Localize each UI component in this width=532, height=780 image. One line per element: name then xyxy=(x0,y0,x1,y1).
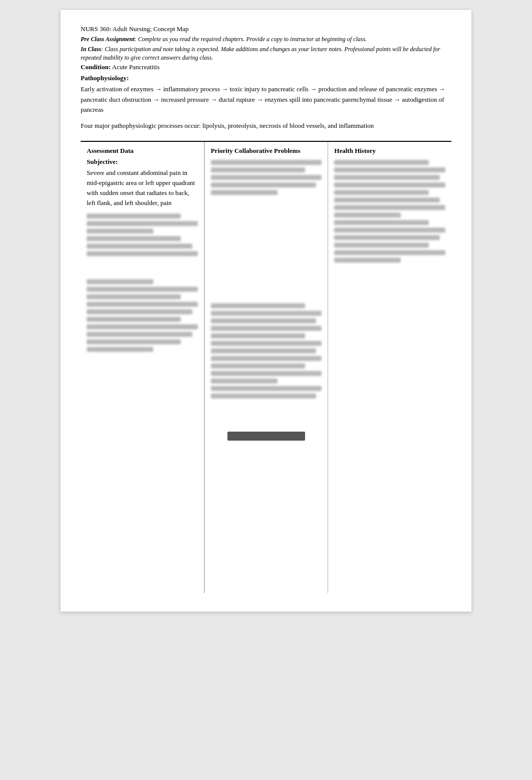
blur-line xyxy=(211,190,278,195)
blur-line xyxy=(87,244,192,249)
blur-line xyxy=(87,332,192,337)
blur-line xyxy=(334,175,440,180)
health-history-col: Health History xyxy=(328,142,451,593)
blur-line xyxy=(334,220,428,225)
blur-line xyxy=(334,160,428,165)
blur-line xyxy=(334,228,445,233)
section-gap-2 xyxy=(211,198,322,298)
arrow8: → xyxy=(392,96,402,103)
patho-part5: increased pressure xyxy=(161,96,209,103)
patho-part1: Early activation of enzymes xyxy=(81,85,153,93)
arrow6: → xyxy=(209,96,219,103)
blur-line xyxy=(211,356,322,361)
blur-line xyxy=(211,333,305,338)
in-class-label: In Class xyxy=(81,46,101,53)
blur-line xyxy=(87,302,198,307)
blur-line xyxy=(211,348,317,353)
blur-line xyxy=(87,324,198,329)
blur-line xyxy=(87,251,198,256)
blur-line xyxy=(87,221,198,226)
arrow5: → xyxy=(151,96,161,103)
blur-line xyxy=(211,311,322,316)
blur-line xyxy=(211,303,305,308)
patho-inflammatory: inflammatory process xyxy=(163,85,220,93)
blur-line xyxy=(87,229,153,234)
section-gap xyxy=(87,259,198,274)
col1-header: Assessment Data xyxy=(87,147,198,155)
course-title: NURS 360: Adult Nursing; Concept Map xyxy=(81,25,451,33)
patho-part2: toxic injury to pancreatic cells xyxy=(229,85,308,93)
blur-line xyxy=(211,371,322,376)
blurred-section-1 xyxy=(87,214,198,256)
arrow7: → xyxy=(255,96,265,103)
arrow1: → xyxy=(153,85,163,93)
col1-subjective-text: Severe and constant abdominal pain in mi… xyxy=(87,168,198,209)
assessment-data-col: Assessment Data Subjective: Severe and c… xyxy=(81,142,204,593)
blur-line xyxy=(211,182,317,187)
blur-line xyxy=(334,213,401,218)
blurred-section-2 xyxy=(211,160,322,195)
arrow2: → xyxy=(220,85,230,93)
blur-line xyxy=(334,243,428,248)
blur-line xyxy=(334,167,445,172)
blur-line xyxy=(211,378,278,383)
col3-header: Health History xyxy=(334,147,445,155)
blur-line xyxy=(87,214,181,219)
blur-line xyxy=(334,205,445,210)
col1-subheader: Subjective: xyxy=(87,158,198,166)
condition-label: Condition: xyxy=(81,63,111,71)
blur-line xyxy=(211,167,305,172)
blurred-section-lower-2 xyxy=(211,303,322,399)
blur-line xyxy=(334,235,440,240)
page: NURS 360: Adult Nursing; Concept Map Pre… xyxy=(61,10,471,612)
blur-line xyxy=(87,339,181,344)
blur-line xyxy=(211,318,317,323)
blur-line xyxy=(87,294,181,299)
patho-part4: pancreatic duct obstruction xyxy=(81,96,151,103)
in-class-note: In Class: Class participation and note t… xyxy=(81,45,451,62)
blur-line xyxy=(87,347,153,352)
arrow4: → xyxy=(437,85,445,93)
blur-line xyxy=(334,190,428,195)
blur-line xyxy=(87,279,153,284)
blur-line xyxy=(87,287,198,292)
blur-line xyxy=(87,309,192,314)
blurred-section-3 xyxy=(334,160,445,263)
blur-line xyxy=(211,160,322,165)
header-section: NURS 360: Adult Nursing; Concept Map Pre… xyxy=(81,25,451,71)
blur-line xyxy=(211,363,305,368)
four-major-text: Four major pathophysiologic processes oc… xyxy=(81,121,451,131)
blur-line xyxy=(334,198,440,203)
blur-line xyxy=(211,386,322,391)
blur-line xyxy=(211,175,322,180)
in-class-text: : Class participation and note taking is… xyxy=(81,46,440,61)
blur-line xyxy=(334,182,445,187)
pre-class-label: Pre Class Assignment xyxy=(81,36,135,43)
pathophysiology-text: Early activation of enzymes → inflammato… xyxy=(81,84,451,114)
blur-line xyxy=(334,250,445,255)
three-column-section: Assessment Data Subjective: Severe and c… xyxy=(81,141,451,593)
condition-line: Condition: Acute Pancreatitis xyxy=(81,63,451,71)
blur-line xyxy=(211,341,322,346)
blur-line xyxy=(211,394,317,399)
blur-line xyxy=(87,236,181,241)
patho-part3: production and release of pancreatic enz… xyxy=(318,85,437,93)
pre-class-text: : Complete as you read the required chap… xyxy=(135,36,367,43)
patho-part6: ductal rupture xyxy=(218,96,255,103)
col2-header: Priority Collaborative Problems xyxy=(211,147,322,155)
blur-line xyxy=(334,258,401,263)
pathophysiology-title: Pathophysiology: xyxy=(81,74,451,82)
blur-line xyxy=(87,317,181,322)
arrow3: → xyxy=(309,85,319,93)
pre-class-note: Pre Class Assignment: Complete as you re… xyxy=(81,35,451,44)
blur-line xyxy=(211,326,322,331)
course-title-text: NURS 360: Adult Nursing; Concept Map xyxy=(81,25,189,33)
blurred-section-lower-1 xyxy=(87,279,198,352)
priority-problems-col: Priority Collaborative Problems xyxy=(204,142,329,593)
patho-part7: enzymes spill into pancreatic parenchyma… xyxy=(265,96,393,103)
condition-value: Acute Pancreatitis xyxy=(112,63,160,71)
bottom-dark-bar xyxy=(227,432,305,441)
